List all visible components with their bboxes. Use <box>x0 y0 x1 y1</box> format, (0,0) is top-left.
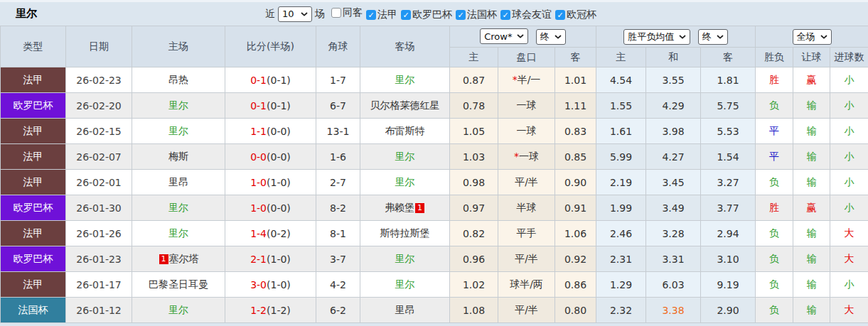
cell-odds-handicap: *半/一 <box>498 67 555 93</box>
team-name: 里尔 <box>395 151 415 162</box>
mean-time-select[interactable]: 终 <box>698 29 728 45</box>
cell-odds-away: 0.90 <box>555 170 596 195</box>
col-header-odds-home: 主 <box>450 48 498 67</box>
cell-home-team: 里尔 <box>132 298 225 323</box>
cell-odds-handicap: *一球 <box>498 144 555 170</box>
cell-handicap-result: 输 <box>793 93 830 119</box>
cell-score: 2-1(1-0) <box>225 246 316 272</box>
cell-handicap-result: 输 <box>793 170 830 195</box>
checkbox-checked-icon[interactable]: ✓ <box>401 10 411 20</box>
cell-mean-home: 2.46 <box>596 221 646 246</box>
odds-company-select[interactable]: Crow* <box>480 28 528 44</box>
recent-count-select[interactable]: 10 <box>278 6 312 22</box>
checkbox-unchecked-icon[interactable] <box>331 8 341 18</box>
cell-score: 1-0(1-0) <box>225 170 316 195</box>
table-header: 类型 日期 主场 比分(半场) 角球 客场 Crow* 终 胜平负均值 <box>1 26 868 67</box>
cell-handicap-result: 输 <box>793 246 830 272</box>
cell-goals-result: 大 <box>830 246 868 272</box>
cell-odds-home: 0.97 <box>450 195 498 221</box>
cell-corners: 8-1 <box>316 221 360 246</box>
cell-odds-handicap: 平/半 <box>498 170 555 195</box>
filter-checkbox-欧冠杯[interactable]: ✓欧冠杯 <box>555 9 596 21</box>
col-header-odds-away: 客 <box>555 48 596 67</box>
cell-odds-away: 1.01 <box>555 67 596 93</box>
cell-away-team: 弗赖堡1 <box>360 195 450 221</box>
cell-date: 26-02-07 <box>66 144 132 170</box>
cell-mean-draw: 3.28 <box>646 221 701 246</box>
col-header-home: 主场 <box>132 26 225 67</box>
fulltime-score: 0-1 <box>250 75 267 86</box>
filter-checkbox-同客[interactable]: 同客 <box>331 6 363 19</box>
cell-mean-draw: 3.98 <box>646 119 701 144</box>
cell-goals-result: 大 <box>830 221 868 246</box>
chevron-down-icon <box>820 35 827 39</box>
cell-home-team: 昂热 <box>132 67 225 93</box>
cell-away-team: 里尔 <box>360 272 450 298</box>
cell-league: 欧罗巴杯 <box>1 246 66 272</box>
cell-date: 26-01-12 <box>66 298 132 323</box>
table-row: 法甲26-01-17巴黎圣日耳曼3-0(1-0)4-2里尔1.02球半/两0.8… <box>1 272 868 298</box>
team-name: 里尔 <box>395 176 415 188</box>
table-row: 法甲26-02-15里尔1-1(0-0)13-1布雷斯特1.05一球0.831.… <box>1 119 868 144</box>
cell-mean-draw: 3.31 <box>646 246 701 272</box>
scope-select[interactable]: 全场 <box>793 29 832 45</box>
cell-mean-away: 1.54 <box>701 144 756 170</box>
halftime-score: (1-2) <box>267 305 291 316</box>
checkbox-checked-icon[interactable]: ✓ <box>366 10 376 20</box>
col-header-date: 日期 <box>66 26 132 67</box>
filter-checkbox-法国杯[interactable]: ✓法国杯 <box>456 9 497 21</box>
cell-mean-away: 5.75 <box>701 93 756 119</box>
match-table: 类型 日期 主场 比分(半场) 角球 客场 Crow* 终 胜平负均值 <box>0 26 868 323</box>
checkbox-checked-icon[interactable]: ✓ <box>555 10 565 20</box>
cell-mean-home: 1.55 <box>596 93 646 119</box>
cell-league: 法甲 <box>1 170 66 195</box>
cell-odds-away: 1.06 <box>555 221 596 246</box>
odds-time-select[interactable]: 终 <box>536 29 566 45</box>
mean-type-select[interactable]: 胜平负均值 <box>623 29 690 45</box>
cell-score: 1-4(0-2) <box>225 221 316 246</box>
cell-handicap-result: 赢 <box>793 67 830 93</box>
team-name: 塞尔塔 <box>169 253 199 264</box>
cell-mean-home: 1.29 <box>596 272 646 298</box>
filter-checkbox-欧罗巴杯[interactable]: ✓欧罗巴杯 <box>401 9 452 21</box>
cell-mean-draw: 3.49 <box>646 195 701 221</box>
halftime-score: (1-0) <box>267 254 291 265</box>
team-name: 里尔 <box>395 74 415 85</box>
cell-goals-result: 小 <box>830 119 868 144</box>
team-name: 里尔 <box>395 253 415 264</box>
fulltime-score: 2-1 <box>250 254 267 265</box>
cell-home-team: 梅斯 <box>132 144 225 170</box>
mean-select-cell: 胜平负均值 终 <box>596 26 756 48</box>
col-header-away: 客场 <box>360 26 450 67</box>
cell-league: 法甲 <box>1 272 66 298</box>
checkbox-checked-icon[interactable]: ✓ <box>500 10 510 20</box>
cell-corners: 4-2 <box>316 272 360 298</box>
cell-outcome: 平 <box>756 144 793 170</box>
odds-time-value: 终 <box>540 31 550 43</box>
cell-home-team: 巴黎圣日耳曼 <box>132 272 225 298</box>
table-row: 欧罗巴杯26-02-20里尔0-1(0-1)6-7贝尔格莱德红星0.78一球1.… <box>1 93 868 119</box>
col-header-type: 类型 <box>1 26 66 67</box>
cell-date: 26-01-30 <box>66 195 132 221</box>
team-name: 里尔 <box>168 202 188 213</box>
cell-mean-home: 5.99 <box>596 144 646 170</box>
filter-checkbox-球会友谊[interactable]: ✓球会友谊 <box>500 9 552 21</box>
col-header-outcome: 胜负 <box>756 48 793 67</box>
cell-corners: 6-7 <box>316 93 360 119</box>
cell-mean-away: 1.81 <box>701 67 756 93</box>
cell-corners: 6-2 <box>316 298 360 323</box>
cell-odds-handicap: 一球 <box>498 119 555 144</box>
halftime-score: (1-0) <box>267 279 291 290</box>
cell-handicap-result: 输 <box>793 144 830 170</box>
table-row: 法甲26-02-07梅斯0-0(0-0)1-6里尔1.03*一球0.855.99… <box>1 144 868 170</box>
team-name: 里昂 <box>168 176 188 188</box>
filter-checkbox-法甲[interactable]: ✓法甲 <box>366 9 397 21</box>
cell-corners: 1-7 <box>316 67 360 93</box>
cell-corners: 13-1 <box>316 119 360 144</box>
checkbox-checked-icon[interactable]: ✓ <box>456 10 466 20</box>
halftime-score: (0-0) <box>267 151 291 163</box>
table-row: 法甲26-02-23昂热0-1(0-1)1-7里尔0.87*半/一1.014.5… <box>1 67 868 93</box>
match-table-body: 法甲26-02-23昂热0-1(0-1)1-7里尔0.87*半/一1.014.5… <box>1 67 868 323</box>
cell-odds-away: 0.91 <box>555 195 596 221</box>
cell-handicap-result: 输 <box>793 119 830 144</box>
